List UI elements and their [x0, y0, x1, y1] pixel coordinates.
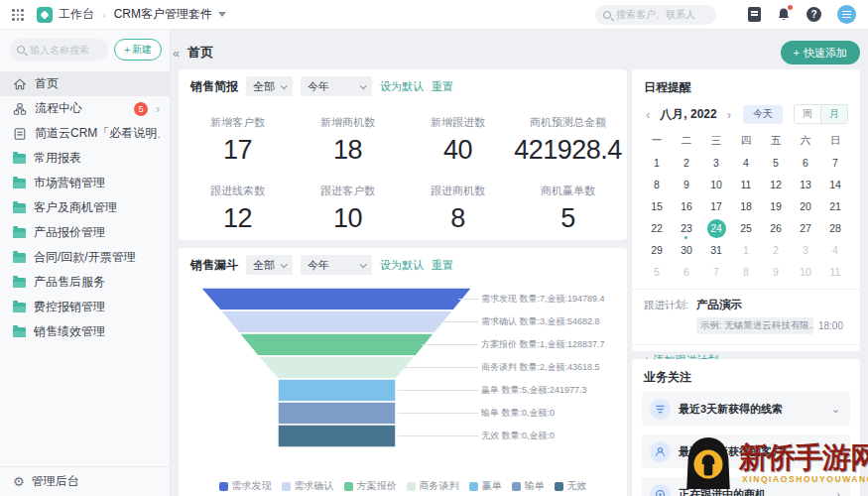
calendar-day[interactable]: 13 [791, 174, 820, 195]
sales-brief-panel: 销售简报 全部 今年 设为默认 重置 新增客户数17 新增商机数18 新增跟进数… [179, 69, 627, 240]
calendar-day[interactable]: 15 [642, 195, 672, 217]
calendar-day[interactable]: 4 [820, 239, 850, 261]
calendar-day[interactable]: 27 [791, 217, 820, 239]
sidebar-item-expense[interactable]: 费控报销管理 [0, 295, 170, 319]
app-grid-icon[interactable] [12, 9, 23, 20]
legend-item[interactable]: 方案报价 [344, 479, 397, 493]
calendar-day-with-event[interactable]: 23 [672, 217, 701, 239]
calendar-day[interactable]: 6 [791, 152, 820, 174]
legend-item[interactable]: 商务谈判 [407, 479, 459, 493]
focus-item-new-customers[interactable]: 最近3天新获得的客户 › [642, 434, 850, 468]
main-area: « 首页 +快速添加 销售简报 全部 今年 设为默认 重置 新增客户数17 新增… [171, 30, 868, 496]
funnel-set-default-link[interactable]: 设为默认 [380, 258, 424, 273]
sidebar-collapse-icon[interactable]: « [173, 46, 180, 61]
calendar-day[interactable]: 5 [761, 152, 791, 174]
app-title[interactable]: CRM客户管理套件 [114, 6, 212, 23]
legend-item[interactable]: 需求确认 [282, 479, 334, 493]
contacts-book-button[interactable] [748, 7, 761, 22]
calendar-day[interactable]: 10 [791, 261, 820, 283]
plan-title[interactable]: 产品演示 [696, 298, 848, 312]
calendar-day[interactable]: 10 [701, 174, 731, 195]
calendar-day[interactable]: 28 [820, 217, 850, 239]
admin-backend-button[interactable]: ⚙ 管理后台 [0, 466, 170, 496]
funnel-time-select[interactable]: 今年 [301, 255, 372, 275]
global-search-input[interactable] [616, 9, 705, 20]
calendar-day[interactable]: 8 [642, 174, 672, 195]
week-toggle[interactable]: 周 [795, 105, 820, 123]
legend-item[interactable]: 赢单 [469, 479, 502, 493]
calendar-day[interactable]: 12 [761, 174, 791, 195]
calendar-day[interactable]: 3 [701, 152, 731, 174]
sidebar-item-contract-invoice[interactable]: 合同/回款/开票管理 [0, 245, 170, 270]
global-search[interactable] [595, 5, 716, 25]
brief-reset-link[interactable]: 重置 [432, 79, 453, 94]
calendar-day[interactable]: 14 [820, 174, 850, 195]
calendar-day[interactable]: 25 [731, 217, 761, 239]
brief-set-default-link[interactable]: 设为默认 [380, 79, 424, 94]
sidebar-item-product-quotation[interactable]: 产品报价管理 [0, 220, 170, 245]
month-toggle[interactable]: 月 [820, 105, 847, 123]
calendar-day[interactable]: 8 [731, 261, 761, 283]
calendar-day[interactable]: 5 [642, 261, 672, 283]
calendar-day[interactable]: 18 [731, 195, 761, 217]
sidebar-item-sales-performance[interactable]: 销售绩效管理 [0, 319, 170, 344]
calendar-day[interactable]: 9 [672, 174, 701, 195]
today-button[interactable]: 今天 [743, 105, 783, 124]
calendar-day[interactable]: 30 [672, 239, 701, 261]
notifications-button[interactable] [777, 7, 791, 22]
sidebar-item-marketing[interactable]: 市场营销管理 [0, 171, 170, 195]
calendar-day[interactable]: 20 [791, 195, 820, 217]
workspace-label[interactable]: 工作台 [59, 6, 94, 23]
calendar-day[interactable]: 22 [642, 217, 672, 239]
brief-time-select[interactable]: 今年 [301, 76, 372, 96]
quick-add-button[interactable]: +快速添加 [781, 41, 860, 64]
legend-item[interactable]: 无效 [555, 479, 587, 493]
prev-month-icon[interactable]: ‹ [644, 107, 652, 122]
calendar-day[interactable]: 7 [820, 152, 850, 174]
stats-grid: 新增客户数17 新增商机数18 新增跟进数40 商机预测总金额421928.4 … [179, 103, 627, 248]
calendar-day[interactable]: 26 [761, 217, 791, 239]
calendar-day[interactable]: 16 [672, 195, 701, 217]
calendar-day[interactable]: 9 [761, 261, 791, 283]
funnel-segment-won [278, 379, 396, 402]
calendar-day[interactable]: 11 [731, 174, 761, 195]
calendar-day[interactable]: 29 [642, 239, 672, 261]
calendar-day[interactable]: 3 [791, 239, 820, 261]
calendar-day[interactable]: 17 [701, 195, 731, 217]
app-title-caret-icon[interactable] [218, 12, 226, 17]
focus-item-new-leads[interactable]: 最近3天新获得的线索 ⌄ [642, 392, 850, 426]
funnel-reset-link[interactable]: 重置 [432, 258, 453, 273]
calendar-day[interactable]: 2 [761, 239, 791, 261]
new-button[interactable]: +新建 [114, 39, 162, 61]
sidebar-search[interactable] [10, 39, 108, 61]
calendar-day[interactable]: 31 [701, 239, 731, 261]
calendar-day-selected[interactable]: 24 [701, 217, 731, 239]
sidebar-item-label: 流程中心 [35, 100, 126, 117]
brief-scope-select[interactable]: 全部 [246, 76, 293, 96]
calendar-day[interactable]: 6 [672, 261, 701, 283]
sidebar-item-home[interactable]: 首页 [0, 71, 170, 96]
calendar-day[interactable]: 11 [820, 261, 850, 283]
funnel-scope-select[interactable]: 全部 [246, 255, 293, 275]
user-avatar[interactable] [837, 5, 856, 24]
focus-item-active-opportunities[interactable]: 正在跟进中的商机 › [642, 477, 850, 496]
calendar-day[interactable]: 2 [672, 152, 701, 174]
sidebar-item-process-center[interactable]: 流程中心 5 › [0, 96, 170, 121]
legend-item[interactable]: 需求发现 [219, 479, 272, 493]
sidebar-item-crm-guide[interactable]: 简道云CRM「必看说明」 [0, 121, 170, 146]
calendar-day[interactable]: 4 [731, 152, 761, 174]
next-month-icon[interactable]: › [725, 107, 733, 122]
sidebar-item-customer-opportunity[interactable]: 客户及商机管理 [0, 195, 170, 220]
sidebar-item-after-sales[interactable]: 产品售后服务 [0, 270, 170, 295]
calendar-day[interactable]: 1 [642, 152, 672, 174]
help-button[interactable]: ? [806, 7, 821, 22]
leads-icon [650, 399, 671, 420]
calendar-day[interactable]: 21 [820, 195, 850, 217]
sidebar-item-common-reports[interactable]: 常用报表 [0, 146, 170, 171]
calendar-day[interactable]: 1 [731, 239, 761, 261]
calendar-day[interactable]: 19 [761, 195, 791, 217]
calendar-day[interactable]: 7 [701, 261, 731, 283]
sidebar-search-input[interactable] [30, 45, 99, 56]
funnel-label: 商务谈判 数量:2,金额:43618.5 [481, 361, 600, 374]
legend-item[interactable]: 输单 [512, 479, 545, 493]
